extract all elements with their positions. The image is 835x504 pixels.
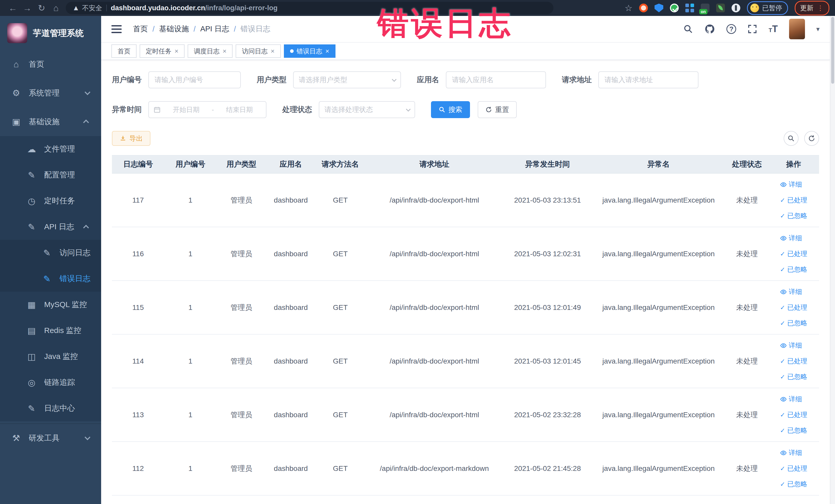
用户编号-input[interactable] <box>148 72 241 88</box>
sidebar-item-MySQL 监控[interactable]: ▦ MySQL 监控 <box>0 292 101 318</box>
date-separator: - <box>212 106 214 114</box>
detail-link[interactable]: 详细 <box>780 448 802 457</box>
user-avatar[interactable] <box>789 19 805 39</box>
sidebar-item-Java 监控[interactable]: ◫ Java 监控 <box>0 344 101 369</box>
breadcrumb-item-基础设施[interactable]: 基础设施 <box>159 24 189 34</box>
caret-down-icon[interactable]: ▾ <box>816 25 820 33</box>
extension-icon[interactable]: on <box>701 4 710 12</box>
ignored-link[interactable]: ✓已忽略 <box>780 319 807 328</box>
refresh-table-button[interactable] <box>804 131 819 146</box>
detail-link[interactable]: 详细 <box>780 395 802 404</box>
page-scrollbar[interactable] <box>830 16 835 504</box>
detail-link[interactable]: 详细 <box>780 234 802 243</box>
reset-button[interactable]: 重置 <box>478 101 517 118</box>
date-range-picker[interactable]: 开始日期 - 结束日期 <box>148 101 266 118</box>
update-button[interactable]: 更新 ⋮ <box>795 1 829 15</box>
date-end-placeholder: 结束日期 <box>218 105 261 114</box>
column-header-应用名: 应用名 <box>266 159 316 169</box>
sidebar-item-研发工具[interactable]: ⚒ 研发工具 <box>0 423 101 452</box>
forward-icon[interactable]: → <box>20 3 34 13</box>
row-actions: 详细 ✓已处理 ✓已忽略 <box>780 448 807 489</box>
filter-label: 处理状态 <box>282 104 312 115</box>
github-icon[interactable] <box>704 24 715 35</box>
fullscreen-icon[interactable] <box>748 24 757 34</box>
toggle-search-button[interactable] <box>784 131 798 146</box>
browser-chrome: ← → ↻ ⌂ ▲ 不安全 dashboard.yudao.iocoder.cn… <box>0 0 835 16</box>
sidebar-item-Redis 监控[interactable]: ▤ Redis 监控 <box>0 318 101 344</box>
detail-link[interactable]: 详细 <box>780 341 802 350</box>
security-label: 不安全 <box>82 4 102 13</box>
search-icon[interactable] <box>683 24 693 34</box>
refresh-icon <box>808 135 815 142</box>
search-button[interactable]: 搜索 <box>431 101 470 118</box>
detail-link[interactable]: 详细 <box>780 287 802 296</box>
status-text: 未处理 <box>726 410 768 420</box>
ignored-link[interactable]: ✓已忽略 <box>780 211 807 220</box>
check-icon: ✓ <box>780 481 785 488</box>
sidebar-item-日志中心[interactable]: ✎ 日志中心 <box>0 396 101 421</box>
hamburger-icon[interactable] <box>111 25 122 33</box>
ignored-link[interactable]: ✓已忽略 <box>780 265 807 274</box>
app-logo-row[interactable]: 芋道管理系统 <box>0 16 101 50</box>
extension-icon[interactable] <box>670 4 679 12</box>
tab-首页[interactable]: 首页 <box>111 44 137 58</box>
extension-icon[interactable] <box>639 4 648 12</box>
status-select[interactable]: 请选择处理状态 <box>319 101 415 118</box>
ignored-link[interactable]: ✓已忽略 <box>780 372 807 381</box>
back-icon[interactable]: ← <box>6 3 20 13</box>
export-button[interactable]: 导出 <box>112 131 150 146</box>
detail-link[interactable]: 详细 <box>780 180 802 189</box>
sidebar-item-首页[interactable]: ⌂ 首页 <box>0 50 101 79</box>
breadcrumb-separator: / <box>194 25 196 33</box>
scrollbar-thumb[interactable] <box>831 17 834 84</box>
ignored-link[interactable]: ✓已忽略 <box>780 480 807 489</box>
close-icon[interactable]: × <box>175 47 178 55</box>
ignored-link[interactable]: ✓已忽略 <box>780 426 807 435</box>
sidebar-item-API 日志[interactable]: ✎ API 日志 <box>0 214 101 240</box>
sidebar-item-配置管理[interactable]: ✎ 配置管理 <box>0 162 101 188</box>
close-icon[interactable]: × <box>270 47 274 55</box>
sidebar-item-错误日志[interactable]: ✎ 错误日志 <box>0 266 101 292</box>
sidebar-item-基础设施[interactable]: ▣ 基础设施 <box>0 107 101 136</box>
应用名-input[interactable] <box>446 72 546 88</box>
font-size-icon[interactable]: TT <box>769 24 777 34</box>
tab-错误日志[interactable]: 错误日志 × <box>284 44 335 58</box>
sidebar-item-定时任务[interactable]: ◷ 定时任务 <box>0 188 101 214</box>
processed-link[interactable]: ✓已处理 <box>780 196 807 205</box>
top-navbar: 首页/基础设施/API 日志/错误日志 ? TT ▾ <box>101 16 830 43</box>
sidebar-item-链路追踪[interactable]: ◎ 链路追踪 <box>0 369 101 396</box>
sidebar-item-文件管理[interactable]: ☁ 文件管理 <box>0 136 101 162</box>
help-icon[interactable]: ? <box>727 24 736 34</box>
tab-访问日志[interactable]: 访问日志 × <box>236 44 281 58</box>
processed-link[interactable]: ✓已处理 <box>780 464 807 473</box>
paused-profile-chip[interactable]: 已暂停 <box>747 1 788 15</box>
home-icon[interactable]: ⌂ <box>49 3 63 13</box>
extension-icon[interactable] <box>716 4 725 12</box>
address-bar[interactable]: ▲ 不安全 dashboard.yudao.iocoder.cn /infra/… <box>66 2 553 14</box>
chevron-icon <box>85 89 90 95</box>
processed-link[interactable]: ✓已处理 <box>780 410 807 419</box>
sidebar-item-访问日志[interactable]: ✎ 访问日志 <box>0 240 101 266</box>
sidebar-item-系统管理[interactable]: ⚙ 系统管理 <box>0 79 101 107</box>
url-path: /infra/log/api-error-log <box>205 4 278 12</box>
breadcrumb-item-首页[interactable]: 首页 <box>133 24 148 34</box>
reload-icon[interactable]: ↻ <box>34 3 49 13</box>
row-actions: 详细 ✓已处理 ✓已忽略 <box>780 287 807 328</box>
请求地址-input[interactable] <box>598 72 698 88</box>
tab-定时任务[interactable]: 定时任务 × <box>140 44 185 58</box>
close-icon[interactable]: × <box>223 47 226 55</box>
bookmark-star-icon[interactable]: ☆ <box>625 4 632 12</box>
processed-link[interactable]: ✓已处理 <box>780 303 807 312</box>
close-icon[interactable]: × <box>325 47 329 55</box>
extension-icon[interactable] <box>655 4 663 12</box>
download-icon <box>120 135 126 142</box>
extension-icon[interactable] <box>685 4 694 12</box>
tab-调度日志[interactable]: 调度日志 × <box>188 44 232 58</box>
processed-link[interactable]: ✓已处理 <box>780 357 807 366</box>
breadcrumb-item-API 日志[interactable]: API 日志 <box>200 24 229 34</box>
extension-icon[interactable] <box>732 4 740 12</box>
processed-link[interactable]: ✓已处理 <box>780 249 807 258</box>
filter-form: 用户编号 用户类型 请选择用户类型 应用名 请求地址 异常时间 开始日期 - 结… <box>112 72 819 118</box>
用户类型-select[interactable]: 请选择用户类型 <box>293 72 401 88</box>
menu-dots-icon[interactable]: ⋮ <box>817 4 824 12</box>
